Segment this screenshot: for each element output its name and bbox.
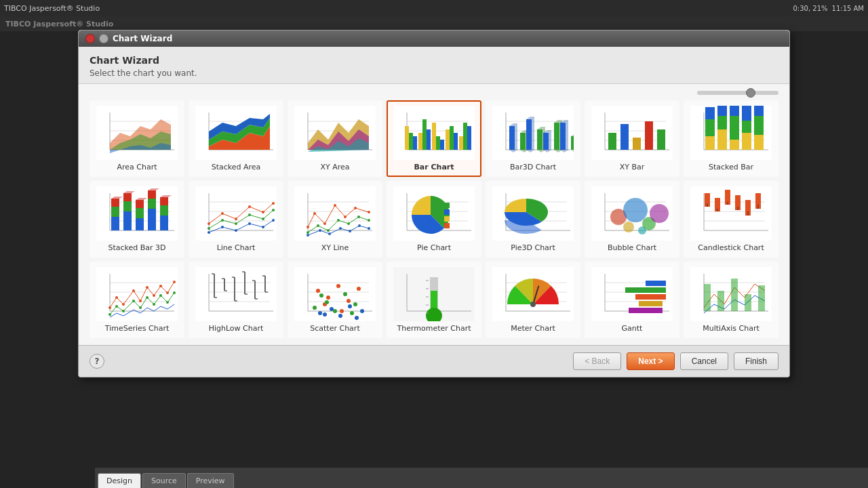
svg-point-117 bbox=[272, 202, 275, 205]
svg-rect-94 bbox=[123, 193, 132, 201]
chart-thumb-pie3d bbox=[492, 186, 574, 241]
svg-rect-332 bbox=[745, 294, 751, 311]
chart-item-bar[interactable]: Bar Chart bbox=[387, 100, 481, 177]
help-button[interactable]: ? bbox=[90, 354, 104, 369]
chart-item-stacked-area[interactable]: Stacked Area bbox=[189, 100, 283, 177]
chart-label-candlestick: Candlestick Chart bbox=[698, 243, 764, 252]
chart-item-multiaxis[interactable]: MultiAxis Chart bbox=[684, 262, 778, 338]
chart-label-scatter: Scatter Chart bbox=[310, 324, 359, 333]
dialog-close-button[interactable] bbox=[85, 34, 95, 43]
chart-thumb-timeseries bbox=[96, 267, 178, 321]
svg-point-284 bbox=[323, 312, 327, 317]
svg-rect-91 bbox=[111, 199, 119, 207]
chart-item-stacked-bar3d[interactable]: Stacked Bar 3D bbox=[90, 181, 184, 258]
svg-point-282 bbox=[348, 304, 352, 308]
svg-point-311 bbox=[530, 302, 536, 307]
chart-item-meter[interactable]: Meter Chart bbox=[486, 262, 580, 338]
svg-point-275 bbox=[343, 292, 347, 296]
svg-point-124 bbox=[208, 231, 210, 234]
zoom-slider-track[interactable] bbox=[697, 91, 778, 95]
finish-button[interactable]: Finish bbox=[734, 352, 778, 370]
svg-point-140 bbox=[344, 216, 347, 218]
svg-rect-209 bbox=[96, 267, 178, 321]
ide-bottom-tabs: Design Source Preview bbox=[95, 468, 868, 488]
chart-item-xy-area[interactable]: XY Area bbox=[288, 100, 382, 177]
chart-item-bubble[interactable]: Bubble Chart bbox=[585, 181, 679, 258]
svg-rect-46 bbox=[520, 133, 526, 150]
chart-label-multiaxis: MultiAxis Chart bbox=[703, 324, 759, 333]
chart-item-xy-line[interactable]: XY Line bbox=[288, 181, 382, 258]
svg-rect-50 bbox=[554, 123, 559, 150]
svg-point-121 bbox=[248, 214, 251, 216]
svg-rect-76 bbox=[730, 140, 739, 150]
chart-thumb-stacked-bar bbox=[690, 106, 772, 160]
svg-rect-102 bbox=[148, 209, 156, 230]
chart-item-candlestick[interactable]: Candlestick Chart bbox=[684, 181, 778, 258]
svg-point-230 bbox=[146, 296, 149, 299]
chart-thumb-bubble bbox=[591, 186, 673, 241]
svg-point-148 bbox=[357, 216, 360, 218]
dialog-body: Area ChartStacked AreaXY AreaBar ChartBa… bbox=[79, 84, 789, 345]
next-button[interactable]: Next > bbox=[627, 352, 674, 370]
chart-item-stacked-bar[interactable]: Stacked Bar bbox=[684, 100, 778, 177]
svg-rect-32 bbox=[440, 140, 444, 150]
tab-source[interactable]: Source bbox=[142, 473, 186, 488]
chart-item-bar3d[interactable]: Bar3D Chart bbox=[486, 100, 580, 177]
chart-label-xy-line: XY Line bbox=[321, 243, 349, 252]
svg-rect-163 bbox=[444, 203, 450, 208]
chart-item-pie[interactable]: Pie Chart bbox=[387, 181, 481, 258]
chart-label-bar: Bar Chart bbox=[414, 163, 454, 171]
svg-point-268 bbox=[347, 299, 351, 303]
svg-point-266 bbox=[326, 296, 330, 300]
back-button[interactable]: < Back bbox=[573, 352, 621, 370]
svg-rect-319 bbox=[625, 287, 666, 293]
svg-rect-63 bbox=[657, 129, 665, 150]
svg-point-183 bbox=[650, 204, 669, 223]
svg-point-217 bbox=[122, 303, 125, 306]
svg-rect-72 bbox=[705, 107, 715, 119]
svg-rect-84 bbox=[754, 106, 764, 116]
svg-point-112 bbox=[208, 222, 210, 225]
svg-rect-101 bbox=[148, 199, 156, 209]
svg-rect-52 bbox=[571, 136, 574, 150]
svg-rect-78 bbox=[730, 106, 739, 116]
chart-item-highlow[interactable]: HighLow Chart bbox=[189, 262, 283, 338]
chart-item-line[interactable]: Line Chart bbox=[189, 181, 283, 258]
time: 11:15 AM bbox=[832, 5, 864, 12]
chart-grid: Area ChartStacked AreaXY AreaBar ChartBa… bbox=[90, 100, 778, 338]
svg-rect-77 bbox=[730, 116, 739, 140]
chart-item-xy-bar[interactable]: XY Bar bbox=[585, 100, 679, 177]
dialog-header: Chart Wizard Select the chart you want. bbox=[79, 47, 789, 84]
chart-item-gantt[interactable]: Gantt bbox=[585, 262, 679, 338]
svg-point-113 bbox=[221, 212, 224, 215]
svg-point-280 bbox=[330, 307, 334, 311]
svg-rect-73 bbox=[717, 129, 727, 150]
svg-rect-105 bbox=[160, 216, 168, 230]
dialog-minimize-button[interactable] bbox=[99, 34, 108, 43]
svg-rect-330 bbox=[717, 291, 724, 311]
chart-item-area[interactable]: Area Chart bbox=[90, 100, 184, 177]
svg-point-231 bbox=[153, 303, 155, 306]
svg-rect-26 bbox=[413, 136, 417, 150]
chart-item-pie3d[interactable]: Pie3D Chart bbox=[486, 181, 580, 258]
tab-preview[interactable]: Preview bbox=[187, 473, 234, 488]
svg-rect-93 bbox=[111, 217, 119, 230]
svg-rect-166 bbox=[444, 223, 450, 228]
chart-item-scatter[interactable]: Scatter Chart bbox=[288, 262, 382, 338]
chart-item-thermometer[interactable]: Thermometer Chart bbox=[387, 262, 481, 338]
svg-point-119 bbox=[221, 219, 224, 222]
svg-point-144 bbox=[317, 224, 319, 227]
zoom-slider-thumb[interactable] bbox=[746, 88, 755, 98]
svg-point-277 bbox=[319, 293, 323, 298]
svg-point-233 bbox=[166, 301, 169, 304]
chart-item-timeseries[interactable]: TimeSeries Chart bbox=[90, 262, 184, 338]
svg-point-114 bbox=[235, 218, 237, 220]
svg-rect-99 bbox=[136, 218, 144, 230]
svg-point-222 bbox=[159, 285, 162, 287]
cancel-button[interactable]: Cancel bbox=[680, 352, 728, 370]
svg-rect-80 bbox=[742, 121, 751, 133]
svg-rect-36 bbox=[459, 136, 463, 150]
svg-point-278 bbox=[350, 311, 354, 315]
svg-rect-164 bbox=[444, 209, 450, 215]
tab-design[interactable]: Design bbox=[98, 473, 141, 488]
